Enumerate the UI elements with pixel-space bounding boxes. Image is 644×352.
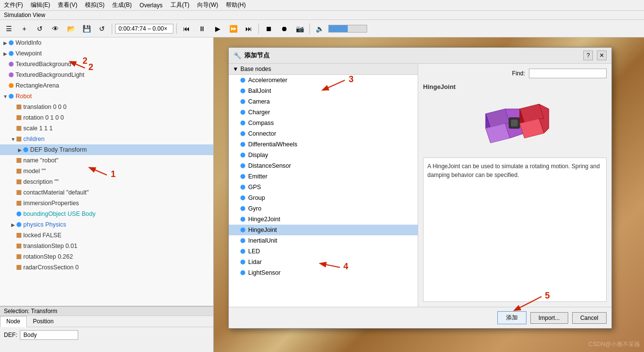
tree-item-bounding[interactable]: ▶ boundingObject USE Body — [0, 209, 213, 219]
simulation-view: 🔧 添加节点 ? ✕ ▼ Base nodes — [214, 37, 644, 352]
toggle-robot[interactable]: ▼ — [2, 93, 9, 100]
screenshot-btn[interactable]: 📷 — [293, 22, 306, 35]
toggle-worldinfo[interactable]: ▶ — [2, 39, 9, 46]
tree-item-robot[interactable]: ▼ Robot — [0, 91, 213, 102]
label-accelerometer: Accelerometer — [248, 77, 288, 84]
record-btn[interactable]: ⏺ — [277, 22, 291, 35]
list-item-emitter[interactable]: Emitter — [229, 171, 418, 182]
list-item-differentialwheels[interactable]: DifferentialWheels — [229, 139, 418, 150]
list-item-charger[interactable]: Charger — [229, 107, 418, 118]
tree-item-locked[interactable]: ▶ locked FALSE — [0, 230, 213, 241]
label-physics: physics Physics — [23, 221, 66, 228]
volume-btn[interactable]: 🔈 — [313, 22, 326, 35]
tree-item-immersion[interactable]: ▶ immersionProperties — [0, 198, 213, 209]
toggle-physics[interactable]: ▶ — [10, 221, 17, 228]
label-gyro: Gyro — [248, 205, 261, 212]
scene-tree[interactable]: ▶ WorldInfo ▶ Viewpoint 2 ▶ TexturedBack… — [0, 37, 213, 306]
menu-view[interactable]: 查看(V) — [56, 0, 79, 10]
tree-item-def-body[interactable]: ▶ DEF Body Transform — [0, 144, 213, 155]
reset-btn[interactable]: ↺ — [33, 22, 47, 35]
toggle-children[interactable]: ▼ — [10, 136, 17, 142]
view-btn[interactable]: 👁 — [49, 22, 62, 35]
skip-back-btn[interactable]: ⏮ — [180, 22, 193, 35]
tree-item-translation[interactable]: ▶ translation 0 0 0 — [0, 102, 213, 112]
list-item-hingejoint[interactable]: HingeJoint — [229, 225, 418, 235]
tree-item-description[interactable]: ▶ description "" — [0, 176, 213, 187]
list-item-camera[interactable]: Camera — [229, 96, 418, 107]
list-header-toggle[interactable]: ▼ — [233, 66, 238, 72]
menu-tools[interactable]: 工具(T) — [169, 0, 191, 10]
def-input[interactable] — [20, 330, 78, 340]
menu-help[interactable]: 帮助(H) — [224, 0, 248, 10]
cancel-button[interactable]: Cancel — [572, 312, 607, 324]
save-btn[interactable]: 💾 — [80, 22, 93, 35]
fast-forward-btn[interactable]: ⏩ — [226, 22, 240, 35]
tabs-bar: Node Position — [0, 316, 213, 327]
play-btn[interactable]: ▶ — [211, 22, 224, 35]
label-rotationstep: rotationStep 0.262 — [23, 253, 73, 260]
menu-file[interactable]: 文件(F) — [2, 0, 25, 10]
tree-item-radar[interactable]: ▶ radarCrossSection 0 — [0, 262, 213, 273]
label-worldinfo: WorldInfo — [16, 39, 41, 46]
list-item-balljoint[interactable]: BallJoint — [229, 86, 418, 96]
menu-overlays[interactable]: Overlays — [137, 1, 164, 10]
tree-item-name[interactable]: ▶ name "robot" — [0, 155, 213, 166]
tree-item-texturedbg[interactable]: ▶ TexturedBackground — [0, 59, 213, 70]
tree-item-rotation[interactable]: ▶ rotation 0 1 0 0 — [0, 112, 213, 123]
tree-item-scale[interactable]: ▶ scale 1 1 1 — [0, 123, 213, 134]
menu-build[interactable]: 生成(B) — [110, 0, 134, 10]
open-btn[interactable]: 📂 — [64, 22, 78, 35]
find-input[interactable] — [529, 69, 607, 78]
list-item-led[interactable]: LED — [229, 246, 418, 257]
add-node-btn[interactable]: + — [17, 22, 31, 35]
tree-item-model[interactable]: ▶ model "" — [0, 166, 213, 176]
tree-item-viewpoint[interactable]: ▶ Viewpoint 2 — [0, 48, 213, 59]
dot-display — [240, 153, 245, 158]
dot-robot — [9, 94, 14, 99]
list-item-display[interactable]: Display — [229, 150, 418, 160]
dot-emitter — [240, 174, 245, 179]
tree-item-translationstep[interactable]: ▶ translationStep 0.01 — [0, 241, 213, 251]
dialog-help-btn[interactable]: ? — [583, 51, 593, 60]
dialog-close-btn[interactable]: ✕ — [597, 51, 607, 60]
list-item-connector[interactable]: Connector — [229, 128, 418, 139]
label-lidar: Lidar — [248, 259, 262, 265]
tree-item-rotationstep[interactable]: ▶ rotationStep 0.262 — [0, 251, 213, 262]
list-item-lidar[interactable]: Lidar — [229, 257, 418, 267]
list-item-gps[interactable]: GPS — [229, 182, 418, 193]
list-item-accelerometer[interactable]: Accelerometer — [229, 75, 418, 86]
list-item-lightsensor[interactable]: LightSensor — [229, 267, 418, 278]
tree-item-contactmaterial[interactable]: ▶ contactMaterial "default" — [0, 187, 213, 198]
dialog-title: 🔧 添加节点 — [234, 51, 270, 60]
step-back-btn[interactable]: ⏸ — [195, 22, 209, 35]
reload-btn[interactable]: ↺ — [95, 22, 109, 35]
sidebar-toggle-btn[interactable]: ☰ — [2, 22, 16, 35]
list-item-distancesensor[interactable]: DistanceSensor — [229, 160, 418, 171]
toggle-viewpoint[interactable]: ▶ — [2, 50, 9, 57]
toggle-def-body[interactable]: ▶ — [17, 146, 23, 153]
menu-edit[interactable]: 编辑(E) — [29, 0, 52, 10]
dot-camera — [240, 99, 245, 104]
tab-position[interactable]: Position — [27, 316, 60, 327]
list-item-group[interactable]: Group — [229, 193, 418, 203]
tree-item-rectanglearena[interactable]: ▶ RectangleArena — [0, 80, 213, 91]
tree-item-worldinfo[interactable]: ▶ WorldInfo — [0, 37, 213, 48]
list-item-compass[interactable]: Compass — [229, 118, 418, 128]
add-button[interactable]: 添加 — [497, 311, 526, 324]
list-item-gyro[interactable]: Gyro — [229, 203, 418, 214]
list-item-hinge2joint[interactable]: Hinge2Joint — [229, 214, 418, 225]
tab-node[interactable]: Node — [0, 316, 27, 327]
fast-forward2-btn[interactable]: ⏭ — [242, 22, 255, 35]
menu-wizard[interactable]: 向导(W) — [195, 0, 220, 10]
tree-item-physics[interactable]: ▶ physics Physics — [0, 219, 213, 230]
import-button[interactable]: Import... — [530, 312, 568, 324]
stop-btn[interactable]: ⏹ — [262, 22, 275, 35]
menu-simulate[interactable]: 模拟(S) — [83, 0, 106, 10]
speed-slider[interactable] — [328, 25, 367, 33]
toolbar-separator-2 — [176, 23, 177, 34]
tree-item-texturedbglight[interactable]: ▶ TexturedBackgroundLight — [0, 70, 213, 80]
dot-lidar — [240, 260, 245, 264]
list-item-inertialunit[interactable]: InertialUnit — [229, 235, 418, 246]
dialog-node-list[interactable]: Accelerometer BallJoint Camera Char — [229, 75, 418, 307]
tree-item-children[interactable]: ▼ children — [0, 134, 213, 144]
